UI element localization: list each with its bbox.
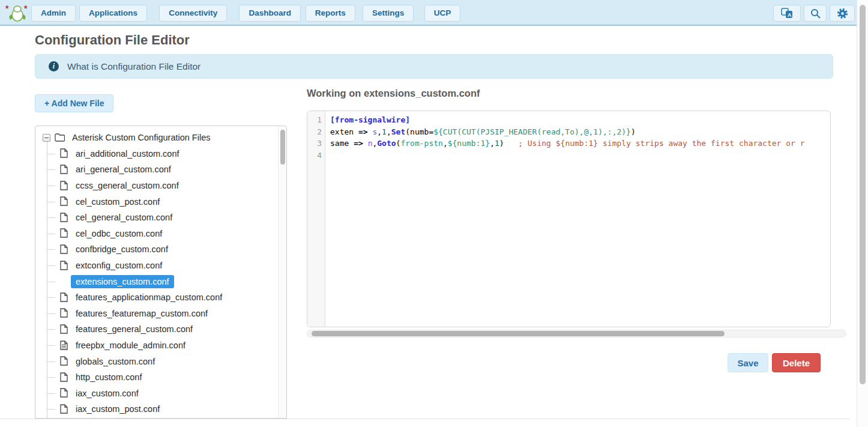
file-icon [59,181,68,191]
tree-item-cel_general_custom-conf[interactable]: cel_general_custom.conf [35,210,278,226]
tree-item-label: extensions_custom.conf [71,275,174,288]
line-number-gutter: 1234 [307,111,325,327]
line-number: 1 [307,115,325,127]
tree-item-label: ari_additional_custom.conf [73,148,182,160]
page-scrollbar[interactable] [857,0,868,427]
line-number: 3 [307,139,325,151]
nav-item-applications[interactable]: Applications [79,5,147,22]
code-editor[interactable]: 1234 [from-signalwire]exten => s,1,Set(n… [307,111,831,327]
folder-icon [55,133,65,142]
page-title: Configuration File Editor [35,32,190,48]
nav-item-connectivity[interactable]: Connectivity [159,5,227,22]
file-icon [59,261,68,271]
tree-item-label: cel_odbc_custom.conf [73,228,164,240]
file-icon [59,196,68,207]
add-new-file-button[interactable]: + Add New File [35,94,113,112]
file-lines-icon [59,276,68,286]
page-scrollbar-thumb[interactable] [860,5,866,384]
file-icon [59,356,68,366]
line-number: 4 [307,151,325,163]
tree-item-label: features_featuremap_custom.conf [73,307,210,319]
code-line-3: same => n,Goto(from-pstn,${numb:1},1) ; … [330,139,830,151]
file-icon [59,165,68,175]
file-icon [59,308,68,318]
file-tree-panel: Asterisk Custom Configuration Filesari_a… [35,126,287,419]
nav-item-ucp[interactable]: UCP [424,5,461,22]
language-button[interactable]: A [773,5,801,22]
tree-item-iax_custom_post-conf[interactable]: iax_custom_post.conf [35,401,278,417]
nav-item-reports[interactable]: Reports [306,5,355,22]
tree-item-label: cel_custom_post.conf [73,196,162,208]
svg-text:*: * [24,4,28,13]
tree-item-features_applicationmap_custom-conf[interactable]: features_applicationmap_custom.conf [35,289,278,306]
gear-icon [837,8,848,19]
tree-item-label: features_general_custom.conf [73,323,195,335]
freepbx-logo-icon[interactable]: * * [5,4,29,22]
tree-item-cel_odbc_custom-conf[interactable]: cel_odbc_custom.conf [35,226,278,242]
tree-item-label: http_custom.conf [73,371,144,383]
tree-item-features_featuremap_custom-conf[interactable]: features_featuremap_custom.conf [35,306,278,322]
code-line-1: [from-signalwire] [330,115,830,127]
file-icon [59,324,68,335]
tree-item-label: confbridge_custom.conf [73,243,170,255]
code-text-area[interactable]: [from-signalwire]exten => s,1,Set(numb=$… [325,111,830,327]
nav-item-admin[interactable]: Admin [31,5,76,22]
delete-button[interactable]: Delete [772,353,821,372]
tree-item-extconfig_custom-conf[interactable]: extconfig_custom.conf [35,258,278,274]
file-icon [59,404,68,414]
search-icon [810,8,821,19]
tree-item-confbridge_custom-conf[interactable]: confbridge_custom.conf [35,241,278,258]
line-number: 2 [307,127,325,139]
tree-item-http_custom-conf[interactable]: http_custom.conf [35,369,278,386]
settings-button[interactable] [830,5,855,22]
info-banner[interactable]: i What is Configuration File Editor [35,54,833,79]
tree-root-asterisk-custom-configuration-files[interactable]: Asterisk Custom Configuration Files [35,130,278,146]
tree-item-iax_custom-conf[interactable]: iax_custom.conf [35,386,278,402]
top-navbar: * * AdminApplicationsConnectivityDashboa… [0,0,868,26]
tree-item-cel_custom_post-conf[interactable]: cel_custom_post.conf [35,193,278,210]
info-banner-text: What is Configuration File Editor [67,61,200,72]
file-icon [59,292,68,303]
tree-root-label: Asterisk Custom Configuration Files [70,132,212,144]
tree-item-ccss_general_custom-conf[interactable]: ccss_general_custom.conf [35,178,278,194]
editor-horizontal-scrollbar[interactable] [307,330,846,338]
svg-text:A: A [788,12,792,18]
tree-item-globals_custom-conf[interactable]: globals_custom.conf [35,353,278,369]
tree-item-features_general_custom-conf[interactable]: features_general_custom.conf [35,321,278,338]
code-line-2: exten => s,1,Set(numb=${CUT(CUT(PJSIP_HE… [330,127,830,139]
tree-item-label: iax_custom_post.conf [73,403,162,415]
content-bottom-divider [0,419,849,419]
tree-item-freepbx_module_admin-conf[interactable]: freepbx_module_admin.conf [35,338,278,354]
file-icon [59,244,68,255]
tree-item-label: ccss_general_custom.conf [73,180,181,192]
tree-item-label: ari_general_custom.conf [73,163,173,175]
file-icon [59,148,68,159]
language-icon: A [781,8,793,19]
tree-item-extensions_custom-conf[interactable]: extensions_custom.conf [35,273,278,289]
file-icon [59,388,68,398]
working-on-heading: Working on extensions_custom.conf [307,88,480,99]
editor-horizontal-scrollbar-thumb[interactable] [312,331,725,336]
file-lines-icon [59,341,68,351]
tree-item-ari_additional_custom-conf[interactable]: ari_additional_custom.conf [35,146,278,162]
code-line-4 [330,151,830,163]
nav-item-dashboard[interactable]: Dashboard [239,5,301,22]
tree-item-label: features_applicationmap_custom.conf [73,291,225,303]
nav-item-settings[interactable]: Settings [363,5,414,22]
tree-item-label: iax_custom.conf [73,387,141,399]
file-icon [59,372,68,383]
tree-item-label: freepbx_module_admin.conf [73,339,188,351]
tree-item-label: extconfig_custom.conf [73,259,164,271]
info-icon: i [49,61,59,71]
search-button[interactable] [804,5,827,22]
tree-item-label: globals_custom.conf [73,356,157,368]
tree-item-ari_general_custom-conf[interactable]: ari_general_custom.conf [35,162,278,178]
tree-scrollbar[interactable] [278,126,286,418]
file-icon [59,213,68,223]
save-button[interactable]: Save [728,353,768,372]
tree-scrollbar-thumb[interactable] [280,130,285,165]
file-icon [59,228,68,238]
svg-text:*: * [5,4,9,13]
collapse-minus-icon[interactable] [43,134,50,142]
tree-item-label: cel_general_custom.conf [73,211,175,223]
